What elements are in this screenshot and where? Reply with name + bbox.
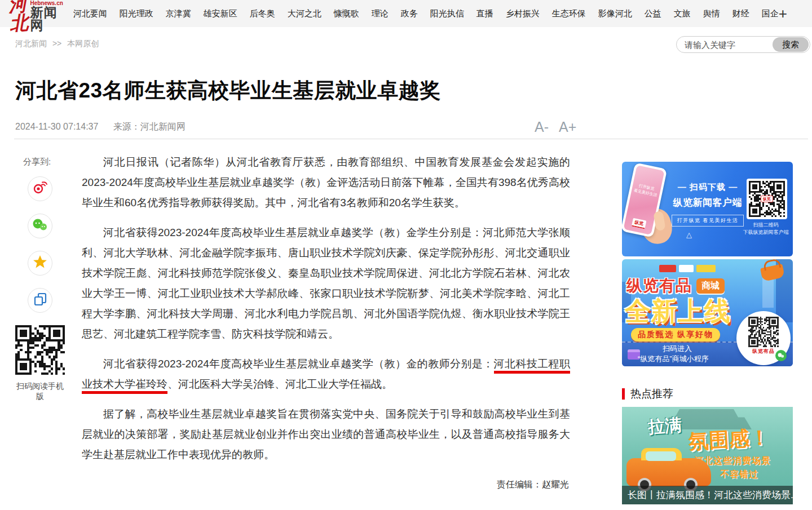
nav-item-public-opinion[interactable]: 舆情: [703, 8, 720, 19]
nav-item-charity[interactable]: 公益: [645, 8, 661, 19]
app-ad-qr-code: 纵览: [747, 179, 787, 219]
article-body: 河北日报讯（记者陈华）从河北省教育厅获悉，由教育部组织、中国教育发展基金会发起实…: [82, 152, 570, 495]
weibo-icon: [32, 181, 48, 197]
share-column: 分享到:: [14, 157, 66, 402]
paragraph-3-lead: 河北省获得2023-2024年度高校毕业生基层就业卓越奖学（教）金的教师分别是：: [103, 358, 494, 370]
mall-brand-row: 纵览有品 商城: [626, 275, 725, 296]
mall-qr-notes: 扫码进入 “纵览有品”商城小程序: [638, 344, 709, 364]
mall-brand-name: 纵览有品: [626, 275, 692, 296]
nav-item-post-olympics[interactable]: 后冬奥: [250, 8, 275, 19]
top-nav: 河北 Hebnews.cn 新闻网 河北要闻 阳光理政 京津冀 雄安新区 后冬奥…: [0, 0, 812, 27]
hot-image-text-1: 拉满: [647, 414, 683, 439]
car-illustration: [626, 458, 711, 486]
copy-pages-icon: [33, 292, 47, 309]
logo-chip: [679, 265, 694, 272]
nav-item-rural-revitalization[interactable]: 乡村振兴: [506, 8, 540, 19]
partner-logo-chips: [659, 265, 716, 272]
paragraph-2: 河北省获得2023-2024年度高校毕业生基层就业卓越奖学（教）金学生分别是：河…: [82, 223, 570, 344]
hot-recommend-header: 热点推荐: [622, 387, 673, 401]
share-qzone-button[interactable]: [28, 251, 52, 276]
logo-hebei-script: 河北: [8, 0, 30, 33]
nav-item-xiongan[interactable]: 雄安新区: [204, 8, 237, 19]
breadcrumb-section[interactable]: 河北新闻: [15, 39, 47, 48]
article-qr-code: [15, 325, 65, 375]
hot-image-text-2: 氛围感！: [688, 424, 770, 455]
share-copy-button[interactable]: [28, 288, 52, 313]
nav-item-hebei-news[interactable]: 河北要闻: [73, 8, 107, 19]
breadcrumb-separator: >>: [52, 39, 61, 48]
breadcrumb: 河北新闻 >> 本网原创: [15, 39, 102, 49]
article-meta: 2024-11-30 07:14:37 来源：河北新闻网: [15, 121, 186, 133]
zonglan-logo: 纵览: [632, 218, 647, 229]
nav-item-live[interactable]: 直播: [476, 8, 493, 19]
app-ad-slogan: 打开纵览 看见美好生活: [672, 215, 744, 227]
paragraph-4: 据了解，高校毕业生基层就业卓越奖旨在贯彻落实党中央、国务院关于引导和鼓励高校毕业…: [82, 404, 570, 465]
article-source: 来源：河北新闻网: [113, 122, 186, 131]
logo-suffix: 新闻网: [30, 6, 63, 32]
mall-qr-code: [748, 317, 779, 347]
nav-item-finance[interactable]: 财经: [732, 8, 749, 19]
app-ad-qr-logo: 纵览: [761, 196, 773, 202]
mall-badge: 商城: [696, 278, 725, 294]
mall-headline: 全新上线: [625, 294, 731, 329]
nav-item-kangkaige[interactable]: 慷慨歌: [334, 8, 359, 19]
nav-item-gov-affairs[interactable]: 政务: [401, 8, 418, 19]
nav-item-soe[interactable]: 国企: [762, 8, 779, 19]
share-weibo-button[interactable]: [28, 176, 52, 201]
article-datetime: 2024-11-30 07:14:37: [15, 122, 98, 131]
header-divider: [14, 139, 808, 139]
mall-subline-pill: 品质甄选 纵享好物: [631, 328, 720, 342]
nav-item-sunshine-credit[interactable]: 阳光执信: [430, 8, 464, 19]
hot-card-caption: 长图丨拉满氛围感！河北这些消费场景...: [622, 486, 793, 504]
nav-item-images-hebei[interactable]: 影像河北: [598, 8, 632, 19]
mall-qr-circle: 纵览有品: [736, 311, 791, 365]
nav-items: 河北要闻 阳光理政 京津冀 雄安新区 后冬奥 大河之北 慷慨歌 理论 政务 阳光…: [73, 8, 779, 19]
font-size-controls: A- A+: [535, 119, 576, 135]
share-wechat-button[interactable]: [28, 214, 52, 238]
hot-recommend-title: 热点推荐: [630, 387, 673, 401]
nav-item-jingjinji[interactable]: 京津冀: [166, 8, 191, 19]
search-box: 搜索: [676, 36, 810, 53]
site-logo[interactable]: 河北 Hebnews.cn 新闻网: [9, 0, 63, 32]
search-button[interactable]: 搜索: [773, 37, 809, 52]
wechat-icon: [32, 218, 48, 234]
article-qr-caption: 扫码阅读手机版: [14, 382, 66, 402]
red-bar-decoration: [622, 388, 625, 400]
mall-ad-banner[interactable]: 纵览有品 商城 全新上线 品质甄选 纵享好物 扫码进入 “纵览有品”商城小程序 …: [622, 259, 793, 366]
breadcrumb-page[interactable]: 本网原创: [67, 39, 99, 48]
app-ad-headline: — 扫码下载 —: [670, 182, 745, 193]
app-download-ad-banner[interactable]: 打开纵览 看见美好生活 纵览 — 扫码下载 — 纵览新闻客户端 打开纵览 看见美…: [622, 162, 793, 256]
page-title: 河北省23名师生获高校毕业生基层就业卓越奖: [15, 77, 582, 105]
logo-chip: [659, 265, 676, 272]
nav-item-sunshine-gov[interactable]: 阳光理政: [120, 8, 153, 19]
nav-item-eco[interactable]: 生态环保: [552, 8, 586, 19]
paragraph-3: 河北省获得2023-2024年度高校毕业生基层就业卓越奖学（教）金的教师分别是：…: [82, 354, 570, 394]
paragraph-3-tail: 、河北医科大学吴治锋、河北工业大学任福战。: [167, 378, 392, 390]
app-ad-text-block: — 扫码下载 — 纵览新闻客户端 打开纵览 看见美好生活 △: [670, 182, 745, 239]
page: 河北 Hebnews.cn 新闻网 河北要闻 阳光理政 京津冀 雄安新区 后冬奥…: [0, 0, 812, 510]
share-label: 分享到:: [23, 157, 66, 167]
paragraph-1: 河北日报讯（记者陈华）从河北省教育厅获悉，由教育部组织、中国教育发展基金会发起实…: [82, 152, 570, 213]
font-smaller-button[interactable]: A-: [535, 119, 549, 135]
app-ad-app-name: 纵览新闻客户端: [670, 196, 745, 209]
nav-item-theory[interactable]: 理论: [372, 8, 389, 19]
hot-recommend-card[interactable]: 拉满 氛围感！ 河北这些消费场景 不容错过 长图丨拉满氛围感！河北这些消费场景.…: [622, 407, 793, 504]
search-input[interactable]: [677, 40, 773, 50]
app-ad-qr-notes: 扫描二维码 下载纵览新闻客户端: [740, 221, 792, 236]
nav-more-icon[interactable]: +: [779, 6, 787, 21]
phone-screen-slogan: 打开纵览 看见美好生活: [631, 182, 661, 199]
wechat-mini-program-icon: [775, 350, 787, 361]
editor-credit: 责任编辑：赵耀光: [82, 474, 570, 495]
font-larger-button[interactable]: A+: [559, 119, 576, 135]
nav-item-dahezhibei[interactable]: 大河之北: [288, 8, 321, 19]
hot-image-text-4: 不容错过: [720, 469, 758, 481]
qzone-star-icon: [33, 255, 47, 272]
logo-chip: [696, 265, 716, 272]
triangle-decoration: △: [670, 230, 745, 239]
nav-item-culture-travel[interactable]: 文旅: [674, 8, 691, 19]
